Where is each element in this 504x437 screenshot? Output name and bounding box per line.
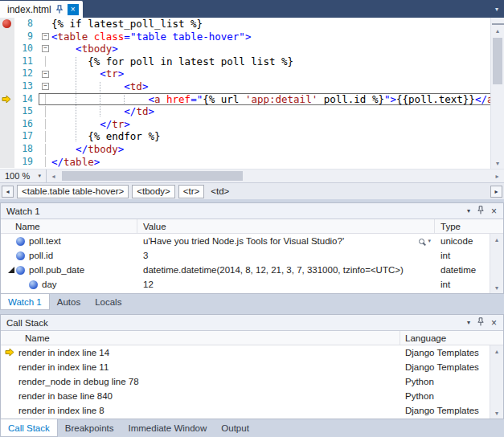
code-text[interactable]: {% if latest_poll_list %}: [51, 18, 490, 30]
fold-margin[interactable]: −: [39, 68, 51, 80]
fold-margin[interactable]: [39, 131, 51, 142]
column-header-name[interactable]: Name: [1, 219, 137, 233]
close-icon[interactable]: ×: [491, 318, 497, 328]
scroll-down-icon[interactable]: ▾: [490, 282, 503, 293]
breakpoint-margin[interactable]: [0, 67, 14, 80]
window-position-chevron-icon[interactable]: ▾: [467, 319, 470, 326]
fold-collapse-icon[interactable]: −: [42, 33, 49, 40]
code-editor[interactable]: 8{% if latest_poll_list %}9−<table class…: [0, 18, 504, 169]
breakpoint-icon[interactable]: [2, 19, 11, 28]
scrollbar-thumb[interactable]: [62, 171, 243, 181]
scroll-up-icon[interactable]: ▴: [490, 234, 503, 245]
breakpoint-margin[interactable]: [0, 31, 14, 43]
callstack-frame-row[interactable]: render in index line 11Django Templates: [1, 360, 503, 374]
pin-icon[interactable]: [56, 5, 63, 14]
watch-row[interactable]: poll.textu'Have you tried Node.js Tools …: [1, 234, 503, 248]
code-line[interactable]: 10− <tbody>: [0, 43, 490, 55]
breakpoint-margin[interactable]: [0, 130, 14, 143]
code-text[interactable]: <td>: [51, 81, 490, 92]
breakpoint-margin[interactable]: [0, 55, 14, 68]
editor-horizontal-scrollbar[interactable]: ◂ ▸: [47, 169, 504, 182]
close-icon[interactable]: ×: [491, 206, 497, 216]
breakpoint-margin[interactable]: [0, 118, 14, 131]
code-text[interactable]: <tbody>: [51, 43, 490, 55]
scroll-right-icon[interactable]: ▸: [490, 169, 504, 182]
code-text[interactable]: </table>: [51, 157, 490, 168]
column-header-type[interactable]: Type: [435, 219, 491, 233]
watch-row[interactable]: poll.id3int: [1, 248, 503, 263]
close-icon[interactable]: ×: [68, 4, 79, 15]
breakpoint-margin[interactable]: [0, 18, 14, 31]
panel-vertical-scrollbar[interactable]: ▴▾: [490, 234, 503, 293]
nav-forward-icon[interactable]: ▸: [490, 186, 502, 198]
code-line[interactable]: 8{% if latest_poll_list %}: [0, 18, 490, 31]
fold-margin[interactable]: [39, 144, 51, 155]
watch-value-cell[interactable]: 3: [137, 251, 435, 260]
code-line[interactable]: 12− <tr>: [0, 67, 490, 80]
fold-margin[interactable]: −: [39, 31, 51, 43]
tab-autos[interactable]: Autos: [50, 294, 88, 310]
scrollbar-track[interactable]: [490, 357, 503, 407]
scroll-up-icon[interactable]: ▴: [491, 25, 504, 36]
watch-row[interactable]: poll.pub_datedatetime.datetime(2014, 8, …: [1, 263, 503, 277]
fold-margin[interactable]: [39, 56, 51, 67]
column-header-language[interactable]: Language: [400, 331, 491, 345]
code-line[interactable]: 15 </td>: [0, 105, 490, 118]
code-text[interactable]: <a href="{% url 'app:detail' poll.id %}"…: [51, 94, 490, 105]
watch-value-cell[interactable]: datetime.datetime(2014, 8, 12, 21, 3, 7,…: [137, 265, 435, 275]
scroll-down-icon[interactable]: ▾: [491, 157, 504, 169]
expander-icon[interactable]: [8, 267, 14, 273]
scroll-left-icon[interactable]: ◂: [47, 169, 60, 182]
zoom-control[interactable]: 100 % ▾: [0, 169, 47, 182]
scrollbar-thumb[interactable]: [493, 38, 502, 84]
document-tab-index-html[interactable]: index.html ×: [0, 1, 83, 18]
tab-locals[interactable]: Locals: [88, 294, 129, 310]
scrollbar-track[interactable]: [490, 245, 503, 282]
splitter-grip[interactable]: [492, 18, 504, 25]
code-line[interactable]: 13− <td>: [0, 80, 490, 93]
breakpoint-margin[interactable]: [0, 80, 14, 93]
code-text[interactable]: <table class="table table-hover">: [51, 31, 490, 43]
callstack-frame-row[interactable]: render in base line 840Python: [1, 389, 503, 403]
callstack-frame-row[interactable]: render in index line 14Django Templates: [1, 345, 503, 360]
column-header-value[interactable]: Value: [137, 219, 435, 233]
fold-margin[interactable]: [39, 18, 51, 30]
watch-row[interactable]: day12int: [1, 277, 503, 292]
tab-overflow-chevron-icon[interactable]: ▾: [495, 6, 498, 13]
fold-margin[interactable]: −: [39, 43, 51, 55]
code-line[interactable]: 17 {% endfor %}: [0, 130, 490, 143]
breadcrumb-item[interactable]: <td>: [207, 186, 232, 196]
callstack-frame-row[interactable]: render in index line 8Django Templates: [1, 403, 503, 418]
fold-margin[interactable]: −: [39, 81, 51, 92]
scroll-up-icon[interactable]: ▴: [490, 345, 503, 357]
pin-icon[interactable]: [477, 317, 484, 328]
column-header-name[interactable]: Name: [1, 331, 400, 345]
editor-vertical-scrollbar[interactable]: ▴ ▾: [490, 18, 504, 169]
breadcrumb-item[interactable]: <tr>: [178, 185, 204, 198]
chevron-down-icon[interactable]: ▾: [428, 238, 431, 244]
breakpoint-margin[interactable]: [0, 43, 14, 55]
callstack-frame-row[interactable]: render_node in debug line 78Python: [1, 374, 503, 389]
breadcrumb-item[interactable]: <table.table table-hover>: [17, 185, 129, 198]
fold-margin[interactable]: [39, 157, 51, 168]
fold-collapse-icon[interactable]: −: [42, 71, 49, 78]
code-text[interactable]: </td>: [51, 106, 490, 117]
panel-vertical-scrollbar[interactable]: ▴▾: [490, 345, 503, 419]
code-text[interactable]: </tr>: [51, 119, 490, 130]
breadcrumb-item[interactable]: <tbody>: [132, 185, 175, 198]
watch-value-cell[interactable]: 12: [137, 280, 435, 289]
code-text[interactable]: {% endfor %}: [51, 131, 490, 142]
code-line[interactable]: 18 </tbody>: [0, 143, 490, 156]
scrollbar-track[interactable]: [60, 169, 490, 182]
fold-margin[interactable]: [39, 119, 51, 130]
code-line[interactable]: 11 {% for poll in latest_poll_list %}: [0, 55, 490, 68]
code-text[interactable]: </tbody>: [51, 144, 490, 155]
tab-watch-1[interactable]: Watch 1: [0, 294, 50, 310]
code-line[interactable]: 16 </tr>: [0, 118, 490, 131]
scrollbar-track[interactable]: [491, 36, 504, 157]
breakpoint-margin[interactable]: [0, 93, 14, 106]
breakpoint-margin[interactable]: [0, 156, 14, 169]
fold-margin[interactable]: [39, 106, 51, 117]
magnifier-icon[interactable]: ▾: [419, 238, 435, 244]
code-text[interactable]: {% for poll in latest_poll_list %}: [51, 56, 490, 67]
